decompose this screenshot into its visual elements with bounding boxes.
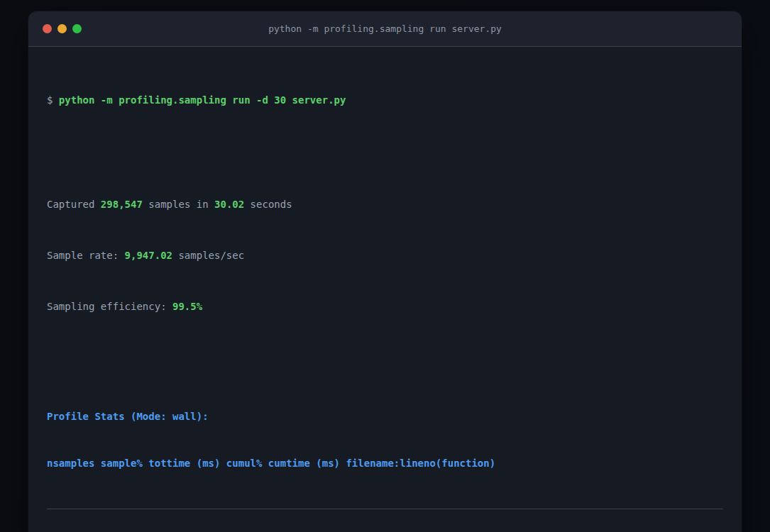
sampling-efficiency-line: Sampling efficiency: 99.5% [47, 297, 723, 316]
capture-stats: Captured 298,547 samples in 30.02 second… [47, 163, 723, 348]
command-text: python -m profiling.sampling run -d 30 s… [59, 94, 346, 106]
profile-stats-title: Profile Stats (Mode: wall): [47, 409, 723, 424]
traffic-lights [43, 24, 82, 33]
profile-columns-header: nsamples sample% tottime (ms) cumul% cum… [47, 455, 723, 471]
sample-rate-line: Sample rate: 9,947.02 samples/sec [47, 245, 723, 265]
close-button[interactable] [43, 24, 52, 33]
window-title: python -m profiling.sampling run server.… [28, 23, 742, 34]
terminal-content[interactable]: $ python -m profiling.sampling run -d 30… [28, 47, 742, 532]
titlebar: python -m profiling.sampling run server.… [28, 11, 742, 47]
terminal-window: python -m profiling.sampling run server.… [28, 11, 742, 532]
table-divider [47, 509, 723, 509]
command-prompt-line: $ python -m profiling.sampling run -d 30… [47, 92, 723, 108]
captured-samples-line: Captured 298,547 samples in 30.02 second… [47, 194, 723, 214]
prompt-symbol: $ [47, 94, 59, 106]
zoom-button[interactable] [72, 24, 82, 33]
minimize-button[interactable] [57, 24, 67, 33]
